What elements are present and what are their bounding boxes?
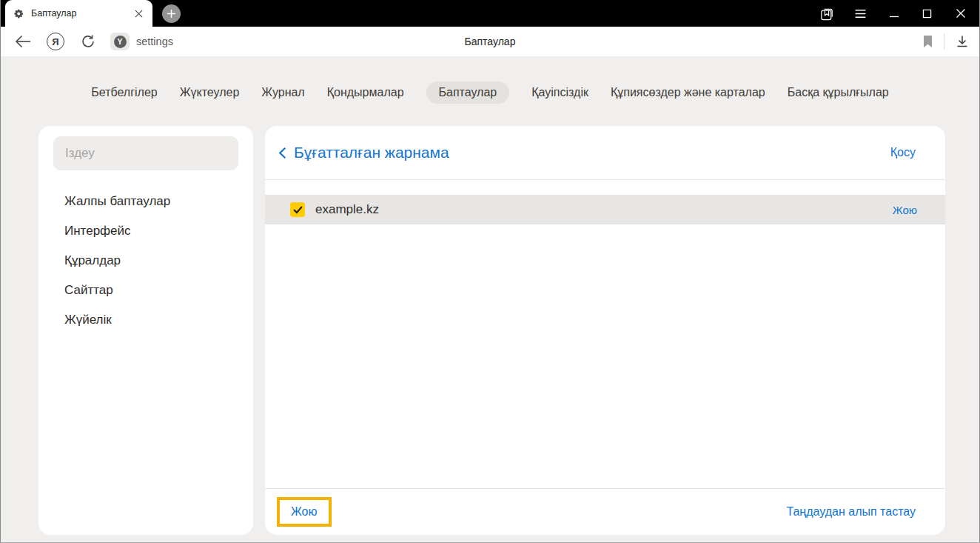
download-icon[interactable] (955, 34, 970, 49)
tab-extensions[interactable]: Қондырмалар (327, 81, 404, 104)
blocked-ads-panel: Бұғатталған жарнама Қосу example.kz Жою … (265, 126, 945, 535)
window-border-left (0, 0, 1, 543)
menu-icon[interactable] (844, 0, 877, 27)
settings-nav-tabs: Бетбелгілер Жүктеулер Журнал Қондырмалар… (0, 81, 980, 104)
tab-passwords[interactable]: Құпиясөздер және карталар (611, 81, 765, 104)
delete-button[interactable]: Жою (291, 505, 318, 518)
blocked-site-row[interactable]: example.kz Жою (265, 195, 945, 224)
row-checkbox[interactable] (290, 202, 305, 217)
settings-sidebar: Жалпы баптаулар Интерфейс Құралдар Сайтт… (38, 126, 253, 535)
url-text[interactable]: settings (136, 36, 173, 47)
page-title: Баптаулар (465, 27, 516, 56)
panel-header: Бұғатталған жарнама Қосу (265, 126, 945, 179)
tab-close-icon[interactable] (132, 7, 144, 19)
tab-downloads[interactable]: Жүктеулер (180, 81, 240, 104)
back-chevron-icon[interactable] (275, 146, 289, 159)
gear-icon (13, 8, 24, 19)
sidebar-item-general[interactable]: Жалпы баптаулар (38, 187, 253, 216)
row-domain: example.kz (315, 202, 379, 217)
side-panel-icon[interactable] (810, 0, 844, 27)
back-icon[interactable] (14, 35, 32, 48)
sidebar-item-tools[interactable]: Құралдар (38, 246, 253, 276)
sidebar-item-sites[interactable]: Сайттар (38, 276, 253, 305)
maximize-icon[interactable] (910, 0, 944, 27)
plus-icon (167, 9, 176, 19)
settings-page: Бетбелгілер Жүктеулер Журнал Қондырмалар… (0, 56, 980, 543)
deselect-link[interactable]: Таңдаудан алып тастау (786, 505, 916, 519)
sidebar-item-interface[interactable]: Интерфейс (38, 216, 253, 246)
sidebar-item-system[interactable]: Жүйелік (38, 305, 253, 335)
tab-history[interactable]: Журнал (261, 81, 304, 104)
refresh-icon[interactable] (80, 34, 96, 49)
browser-tab-bar: Баптаулар (0, 0, 980, 27)
tab-bookmarks[interactable]: Бетбелгілер (91, 81, 157, 104)
delete-button-highlight[interactable]: Жою (277, 497, 332, 527)
browser-tab-settings[interactable]: Баптаулар (5, 0, 152, 27)
bookmark-icon[interactable] (922, 35, 933, 48)
add-link[interactable]: Қосу (890, 146, 916, 159)
protect-badge-icon[interactable]: Y (110, 33, 130, 50)
toolbar-divider (944, 33, 944, 50)
panel-footer: Жою Таңдаудан алып тастау (265, 489, 945, 535)
minimize-icon[interactable] (877, 0, 910, 27)
tab-other-devices[interactable]: Басқа құрылғылар (788, 81, 889, 104)
tab-security[interactable]: Қауіпсіздік (531, 81, 588, 104)
tab-settings[interactable]: Баптаулар (426, 81, 510, 104)
panel-title: Бұғатталған жарнама (294, 144, 449, 161)
tab-title: Баптаулар (31, 8, 132, 19)
browser-toolbar: Я Y settings Баптаулар (0, 27, 980, 56)
header-divider (265, 179, 945, 180)
close-icon[interactable] (944, 0, 977, 27)
yandex-logo[interactable]: Я (47, 33, 64, 50)
search-input[interactable] (53, 136, 238, 170)
row-remove-link[interactable]: Жою (893, 204, 917, 216)
new-tab-button[interactable] (162, 4, 181, 23)
